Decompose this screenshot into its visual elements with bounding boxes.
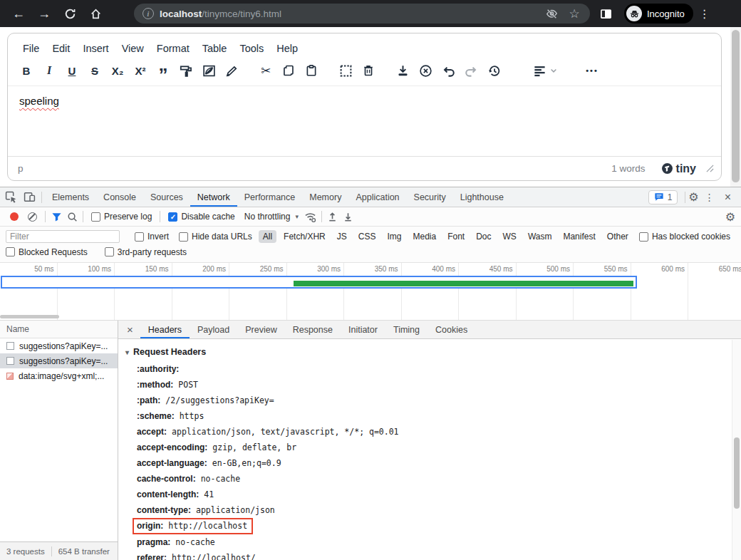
resource-type-filter[interactable]: Other bbox=[603, 230, 633, 243]
cut-button[interactable]: ✂ bbox=[257, 61, 274, 80]
more-toolbar-button[interactable]: ••• bbox=[584, 61, 601, 80]
restore-draft-button[interactable] bbox=[485, 61, 502, 80]
url-bar[interactable]: i localhost/tinymce/tiny6.html ☆ bbox=[134, 4, 590, 24]
resource-type-filter[interactable]: WS bbox=[499, 230, 521, 243]
detail-tab[interactable]: Headers bbox=[140, 321, 190, 338]
align-left-button[interactable] bbox=[531, 61, 548, 80]
detail-scrollbar-thumb[interactable] bbox=[734, 437, 740, 509]
resource-type-filter[interactable]: CSS bbox=[354, 230, 380, 243]
device-toolbar-icon[interactable] bbox=[20, 189, 38, 206]
url-text[interactable]: localhost/tinymce/tiny6.html bbox=[160, 9, 281, 19]
search-icon[interactable] bbox=[64, 209, 80, 224]
resource-type-filter[interactable]: Font bbox=[443, 230, 469, 243]
editor-menu-item[interactable]: File bbox=[16, 39, 46, 58]
export-button[interactable] bbox=[394, 61, 411, 80]
editor-menu-item[interactable]: Edit bbox=[46, 39, 76, 58]
permanent-pen-button[interactable] bbox=[223, 61, 240, 80]
resource-type-filter[interactable]: Media bbox=[408, 230, 440, 243]
resize-handle[interactable] bbox=[706, 165, 714, 172]
side-panel-icon[interactable] bbox=[596, 4, 616, 24]
detail-tab[interactable]: Initiator bbox=[341, 321, 385, 338]
element-path[interactable]: p bbox=[18, 163, 24, 174]
resource-type-filter[interactable]: Doc bbox=[472, 230, 495, 243]
devtools-tab[interactable]: Elements bbox=[45, 187, 96, 207]
hide-data-urls-checkbox[interactable]: Hide data URLs bbox=[179, 232, 252, 242]
cancel-button[interactable] bbox=[417, 61, 434, 80]
detail-tab[interactable]: Response bbox=[285, 321, 341, 338]
editor-menu-item[interactable]: Insert bbox=[76, 39, 115, 58]
record-icon[interactable] bbox=[10, 212, 19, 221]
disclosure-triangle-icon[interactable]: ▾ bbox=[125, 348, 129, 356]
resource-type-filter[interactable]: All bbox=[259, 230, 276, 243]
browser-menu-icon[interactable]: ⋮ bbox=[699, 7, 710, 21]
resource-type-filter[interactable]: Wasm bbox=[524, 230, 556, 243]
preserve-log-box[interactable] bbox=[91, 212, 100, 222]
forward-icon[interactable]: → bbox=[34, 4, 54, 24]
subscript-button[interactable]: X₂ bbox=[109, 61, 126, 80]
reload-icon[interactable] bbox=[60, 4, 80, 24]
preserve-log-checkbox[interactable]: Preserve log bbox=[91, 212, 152, 222]
editor-menu-item[interactable]: View bbox=[115, 39, 150, 58]
strikethrough-button[interactable]: S bbox=[86, 61, 103, 80]
request-row[interactable]: suggestions?apiKey=... bbox=[0, 338, 118, 353]
format-painter-button[interactable] bbox=[177, 61, 195, 80]
devtools-tab[interactable]: Sources bbox=[143, 187, 190, 207]
redo-button[interactable] bbox=[462, 61, 480, 80]
inspect-element-icon[interactable] bbox=[1, 189, 20, 206]
editor-menu-item[interactable]: Tools bbox=[233, 39, 270, 58]
underline-button[interactable]: U bbox=[63, 61, 81, 80]
network-overview[interactable]: 50 ms100 ms150 ms200 ms250 ms300 ms350 m… bbox=[0, 263, 741, 321]
incognito-profile-chip[interactable]: Incognito bbox=[624, 4, 693, 24]
undo-button[interactable] bbox=[440, 61, 457, 80]
network-settings-icon[interactable]: ⚙ bbox=[725, 210, 735, 224]
devtools-tab[interactable]: Application bbox=[348, 187, 406, 207]
paste-button[interactable] bbox=[303, 61, 320, 80]
overview-scrollbar-thumb[interactable] bbox=[0, 315, 59, 318]
devtools-settings-icon[interactable]: ⚙ bbox=[688, 190, 698, 204]
network-conditions-icon[interactable] bbox=[303, 209, 318, 224]
disable-cache-checkbox[interactable]: ✓ Disable cache bbox=[168, 212, 234, 222]
copy-button[interactable] bbox=[280, 61, 297, 80]
select-all-button[interactable] bbox=[337, 61, 354, 80]
editor-menu-item[interactable]: Help bbox=[270, 39, 304, 58]
devtools-tab[interactable]: Lighthouse bbox=[453, 187, 511, 207]
editor-menu-item[interactable]: Format bbox=[150, 39, 196, 58]
detail-scrollbar[interactable] bbox=[732, 340, 741, 560]
throttling-select[interactable]: No throttling ▾ bbox=[244, 212, 299, 222]
request-headers-section[interactable]: ▾ Request Headers bbox=[124, 346, 727, 361]
home-icon[interactable] bbox=[86, 4, 105, 24]
overview-selection[interactable] bbox=[1, 276, 637, 289]
import-har-icon[interactable] bbox=[325, 209, 341, 224]
detail-tab[interactable]: Cookies bbox=[428, 321, 475, 338]
editor-content[interactable]: speeling bbox=[8, 85, 721, 156]
page-scrollbar-thumb[interactable] bbox=[732, 30, 740, 182]
clear-icon[interactable] bbox=[28, 212, 37, 222]
devtools-tab[interactable]: Performance bbox=[237, 187, 303, 207]
misspelled-word[interactable]: speeling bbox=[19, 95, 59, 107]
disable-cache-box[interactable]: ✓ bbox=[168, 212, 177, 222]
detail-close-icon[interactable]: × bbox=[120, 323, 140, 336]
request-row[interactable]: suggestions?apiKey=... bbox=[0, 353, 118, 368]
bookmark-star-icon[interactable]: ☆ bbox=[566, 5, 583, 22]
devtools-close-icon[interactable]: × bbox=[720, 191, 735, 204]
resource-type-filter[interactable]: Img bbox=[383, 230, 405, 243]
tiny-logo[interactable]: tiny bbox=[661, 162, 696, 175]
delete-button[interactable] bbox=[360, 61, 377, 80]
site-info-icon[interactable]: i bbox=[142, 8, 154, 19]
bold-button[interactable]: B bbox=[18, 61, 35, 80]
devtools-tab[interactable]: Network bbox=[190, 187, 237, 207]
blocked-requests-checkbox[interactable]: Blocked Requests bbox=[6, 247, 88, 257]
superscript-button[interactable]: X² bbox=[132, 61, 149, 80]
eye-blocked-icon[interactable] bbox=[543, 5, 560, 22]
devtools-tab[interactable]: Memory bbox=[302, 187, 348, 207]
export-har-icon[interactable] bbox=[341, 209, 356, 224]
filter-input[interactable] bbox=[6, 230, 120, 243]
devtools-tab[interactable]: Security bbox=[407, 187, 453, 207]
page-embed-button[interactable] bbox=[200, 61, 217, 80]
italic-button[interactable]: I bbox=[41, 61, 58, 80]
back-icon[interactable]: ← bbox=[9, 4, 28, 24]
resource-type-filter[interactable]: Manifest bbox=[559, 230, 599, 243]
filter-toggle-icon[interactable] bbox=[48, 209, 64, 224]
invert-checkbox[interactable]: Invert bbox=[135, 232, 169, 242]
detail-tab[interactable]: Timing bbox=[385, 321, 428, 338]
